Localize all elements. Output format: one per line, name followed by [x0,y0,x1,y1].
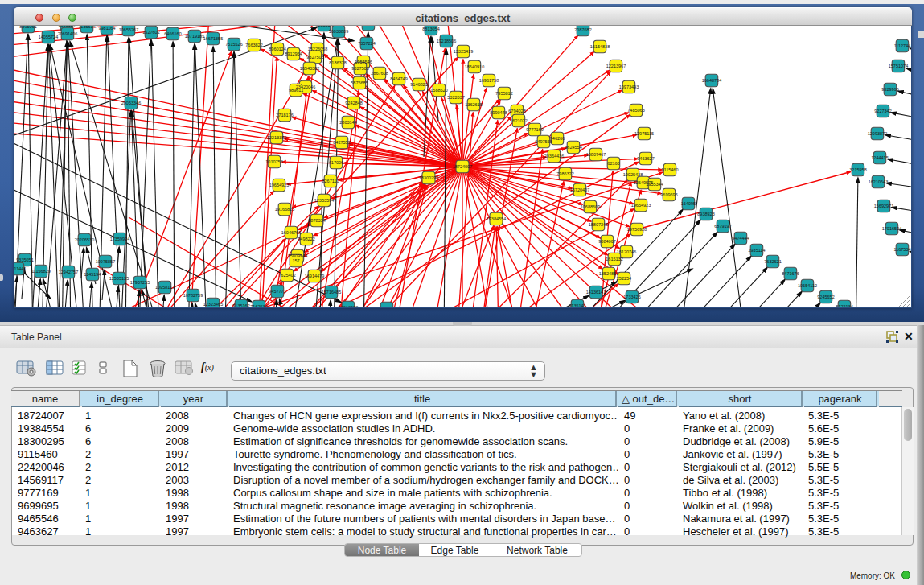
svg-text:9463627: 9463627 [637,156,654,161]
svg-text:16543382: 16543382 [300,66,319,71]
svg-text:16033809: 16033809 [329,29,348,34]
svg-text:1621022: 1621022 [510,118,527,123]
svg-text:16210643: 16210643 [869,179,888,184]
svg-text:10975857: 10975857 [96,259,115,264]
svg-text:19654923: 19654923 [631,203,651,208]
svg-text:9777169: 9777169 [526,127,543,132]
svg-text:9329966: 9329966 [881,87,898,92]
svg-text:9227342: 9227342 [874,109,891,113]
svg-text:2718176: 2718176 [276,113,293,117]
svg-text:1954546: 1954546 [355,60,372,64]
svg-text:12213389: 12213389 [267,135,286,140]
svg-text:2867608: 2867608 [371,71,388,76]
svg-text:8938923: 8938923 [697,212,714,216]
svg-text:19166825: 19166825 [275,207,294,212]
svg-text:20691406: 20691406 [58,31,77,36]
svg-text:6466160: 6466160 [164,31,181,36]
svg-text:8960124: 8960124 [269,47,285,51]
svg-text:8122134: 8122134 [836,304,852,308]
svg-text:7162534: 7162534 [250,304,267,308]
svg-text:7357224: 7357224 [358,41,375,46]
svg-text:12942757: 12942757 [59,270,78,274]
svg-text:11156829: 11156829 [31,269,51,274]
svg-text:16154838: 16154838 [590,44,610,49]
svg-text:6879197: 6879197 [714,224,731,229]
svg-text:15751074: 15751074 [889,64,908,68]
svg-text:417006: 417006 [329,160,343,165]
svg-text:15716485: 15716485 [322,290,341,295]
svg-text:9474444: 9474444 [732,236,749,241]
svg-text:10719185: 10719185 [185,34,204,39]
svg-text:9146821: 9146821 [410,82,427,87]
svg-text:3215958: 3215958 [849,167,866,172]
svg-text:13325419: 13325419 [454,49,473,54]
svg-text:9135141: 9135141 [569,303,585,308]
svg-text:19756928: 19756928 [627,227,647,232]
svg-text:16046766: 16046766 [281,230,301,235]
svg-text:6497568: 6497568 [535,139,552,144]
svg-text:1145194: 1145194 [84,272,101,277]
svg-text:1615132: 1615132 [606,257,622,262]
svg-text:62160: 62160 [607,161,619,166]
svg-text:16648784: 16648784 [702,78,721,83]
svg-text:19654923: 19654923 [269,183,289,187]
svg-text:18807249: 18807249 [589,222,608,227]
svg-text:17359924: 17359924 [110,237,129,241]
svg-text:18724007: 18724007 [453,164,472,169]
svg-text:9245652: 9245652 [817,295,834,299]
svg-text:12093872: 12093872 [868,131,887,136]
svg-text:1733426: 1733426 [623,295,640,299]
svg-text:12975115: 12975115 [634,131,654,136]
svg-text:2803144: 2803144 [339,120,356,125]
svg-text:9498222: 9498222 [298,237,314,241]
svg-text:16782759: 16782759 [183,293,203,298]
svg-text:16120746: 16120746 [617,249,636,254]
svg-text:12323465: 12323465 [203,302,223,307]
svg-text:9115460: 9115460 [661,167,678,172]
svg-text:7632621: 7632621 [764,259,781,264]
svg-text:6794028: 6794028 [508,109,525,113]
svg-text:164095: 164095 [681,201,696,206]
svg-text:9135162: 9135162 [232,303,249,308]
svg-text:10807467: 10807467 [586,152,606,157]
svg-text:1588520: 1588520 [430,88,447,93]
svg-text:7485063: 7485063 [627,108,644,113]
svg-text:14136141: 14136141 [586,290,606,295]
svg-text:7625402: 7625402 [278,273,295,278]
svg-text:9327505: 9327505 [351,66,368,71]
svg-text:12353594: 12353594 [314,198,334,203]
svg-text:252254: 252254 [617,276,631,281]
svg-text:19384554: 19384554 [487,216,506,221]
svg-text:8813054: 8813054 [422,27,439,31]
svg-text:20053346: 20053346 [121,101,141,105]
svg-text:8186328: 8186328 [329,60,346,65]
svg-text:8878334: 8878334 [308,218,325,223]
svg-text:16914479: 16914479 [305,274,324,278]
svg-text:18300295: 18300295 [419,175,438,180]
svg-text:2935114: 2935114 [748,248,765,253]
svg-text:15720407: 15720407 [570,187,589,192]
svg-text:10313522: 10313522 [339,305,358,308]
svg-text:12213967: 12213967 [606,64,626,68]
svg-text:7135614: 7135614 [78,26,95,29]
svg-text:3911441: 3911441 [14,266,27,271]
svg-text:10688609: 10688609 [581,204,600,209]
svg-text:7955812: 7955812 [495,91,512,96]
svg-text:20364436: 20364436 [544,154,564,159]
svg-text:9242848: 9242848 [345,101,362,105]
svg-text:1527602: 1527602 [142,30,159,35]
svg-text:15692971: 15692971 [874,204,893,208]
svg-text:7515526: 7515526 [225,42,242,47]
svg-text:157: 157 [292,258,299,263]
svg-text:2087682: 2087682 [574,27,591,32]
svg-text:8912954: 8912954 [285,51,302,56]
svg-text:8151162: 8151162 [359,26,376,27]
svg-text:12505135: 12505135 [109,276,129,281]
svg-text:10655267: 10655267 [119,27,138,32]
svg-text:8454749: 8454749 [390,76,407,81]
svg-text:10958117: 10958117 [155,285,175,290]
svg-text:9699695: 9699695 [660,192,677,197]
svg-text:9084067: 9084067 [598,239,615,244]
svg-text:1244415: 1244415 [871,155,888,160]
svg-text:3624554: 3624554 [565,145,581,150]
